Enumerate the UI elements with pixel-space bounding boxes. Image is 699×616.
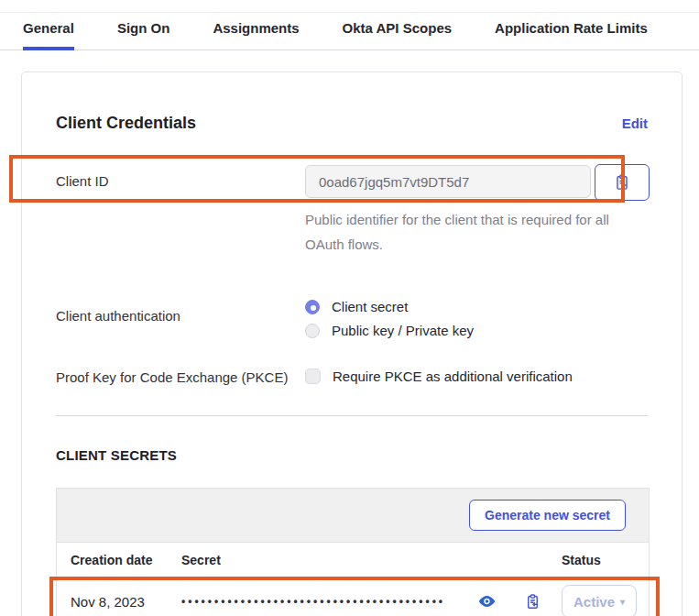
radio-public-private-key-label: Public key / Private key xyxy=(332,323,474,338)
radio-client-secret[interactable]: Client secret xyxy=(305,299,648,314)
client-secrets-box: Generate new secret Creation date Secret… xyxy=(56,488,650,616)
client-id-row: Client ID Public identifi xyxy=(56,164,648,257)
tab-application-rate-limits[interactable]: Application Rate Limits xyxy=(495,20,648,50)
copy-secret-button[interactable] xyxy=(524,593,541,610)
client-secrets-table: Creation date Secret Status Nov 8, 2023 … xyxy=(57,543,649,616)
radio-client-secret-label: Client secret xyxy=(332,299,408,314)
client-authentication-row: Client authentication Client secret Publ… xyxy=(56,299,648,338)
app-tab-bar: General Sign On Assignments Okta API Sco… xyxy=(0,12,699,50)
client-id-label: Client ID xyxy=(56,164,305,191)
checkbox-unchecked-icon[interactable] xyxy=(305,368,321,384)
tab-okta-api-scopes[interactable]: Okta API Scopes xyxy=(343,20,453,50)
client-secrets-title: CLIENT SECRETS xyxy=(56,447,648,463)
caret-down-icon: ▾ xyxy=(620,597,625,607)
tab-general[interactable]: General xyxy=(23,20,74,50)
section-divider xyxy=(56,415,648,416)
client-id-help-text: Public identifier for the client that is… xyxy=(305,207,650,257)
column-header-creation-date: Creation date xyxy=(71,553,181,567)
tab-assignments[interactable]: Assignments xyxy=(213,20,299,50)
table-header-row: Creation date Secret Status xyxy=(57,543,649,578)
edit-link[interactable]: Edit xyxy=(622,116,648,131)
column-header-status: Status xyxy=(562,553,635,567)
masked-secret-value: •••••••••••••••••••••••••••••••••••••••• xyxy=(181,595,476,608)
client-secrets-toolbar: Generate new secret xyxy=(57,489,649,543)
generate-new-secret-button[interactable]: Generate new secret xyxy=(469,500,626,531)
radio-unselected-icon[interactable] xyxy=(305,324,320,338)
clipboard-icon xyxy=(524,593,541,610)
radio-public-private-key[interactable]: Public key / Private key xyxy=(305,323,648,338)
secret-status-cell: Active ▾ xyxy=(562,585,637,616)
copy-client-id-button[interactable] xyxy=(595,164,650,201)
client-id-input[interactable] xyxy=(305,165,591,198)
pkce-row: Proof Key for Code Exchange (PKCE) Requi… xyxy=(56,368,648,387)
pkce-checkbox-option[interactable]: Require PKCE as additional verification xyxy=(305,368,648,384)
status-dropdown-button[interactable]: Active ▾ xyxy=(562,585,637,616)
column-header-secret: Secret xyxy=(181,553,562,567)
secret-creation-date: Nov 8, 2023 xyxy=(71,594,181,610)
client-authentication-label: Client authentication xyxy=(56,299,305,325)
card-title: Client Credentials xyxy=(56,114,196,133)
eye-icon xyxy=(478,595,496,608)
reveal-secret-button[interactable] xyxy=(478,595,496,608)
secret-cell: •••••••••••••••••••••••••••••••••••••••• xyxy=(181,593,562,610)
pkce-checkbox-label: Require PKCE as additional verification xyxy=(333,368,573,384)
radio-selected-icon[interactable] xyxy=(305,300,320,314)
clipboard-icon xyxy=(613,173,631,192)
pkce-label: Proof Key for Code Exchange (PKCE) xyxy=(56,368,305,387)
client-credentials-card: Client Credentials Edit Client ID xyxy=(21,72,683,616)
secret-table-row: Nov 8, 2023 ••••••••••••••••••••••••••••… xyxy=(57,578,649,616)
tab-sign-on[interactable]: Sign On xyxy=(117,20,170,50)
card-header: Client Credentials Edit xyxy=(56,72,648,133)
status-label: Active xyxy=(573,594,615,610)
